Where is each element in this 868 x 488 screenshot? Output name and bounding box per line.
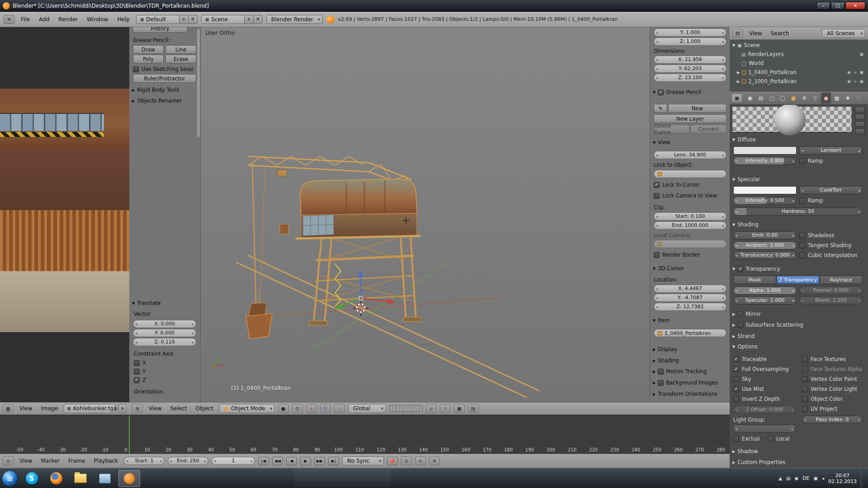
vertex-color-paint-checkbox[interactable] — [802, 376, 808, 382]
render-toggle-icon[interactable] — [859, 52, 863, 56]
ruler-protractor-button[interactable]: Ruler/Protractor — [133, 74, 196, 83]
current-frame-field[interactable]: 1 — [212, 457, 255, 465]
item-panel-header[interactable]: ▼Item — [653, 317, 670, 324]
use-sketching-session-checkbox[interactable] — [133, 66, 139, 72]
diffuse-intensity-slider[interactable]: Intensity: 0.800 — [733, 157, 797, 165]
taskbar-item-skype[interactable] — [21, 470, 42, 487]
tab-particles[interactable] — [843, 93, 853, 103]
tray-icon-a[interactable] — [786, 476, 790, 481]
material-properties[interactable]: ▼Diffuse Lambert Intensity: 0.800 Ramp ▼… — [730, 105, 868, 468]
pass-index-field[interactable]: Pass Index: 0 — [802, 416, 863, 424]
timeline-area[interactable]: -50-40-30-20-100102030405060708090100110… — [0, 415, 730, 454]
frame-start-field[interactable]: Start: 1 — [124, 457, 165, 465]
preview-sphere-button[interactable] — [855, 114, 865, 120]
mirror-panel[interactable]: ▶Mirror — [732, 311, 761, 317]
render-opengl-icon[interactable] — [454, 404, 465, 413]
uv-image-editor[interactable] — [0, 27, 129, 402]
options-panel-header[interactable]: ▼Options — [732, 343, 758, 350]
lens-slider[interactable]: Lens: 34.900 — [654, 151, 726, 159]
menu-window[interactable]: Window — [84, 15, 111, 23]
gp-new-layer-button[interactable]: New Layer — [654, 114, 726, 123]
render-border-checkbox[interactable] — [654, 252, 660, 258]
record-button[interactable] — [387, 457, 398, 465]
editor-type-properties-icon[interactable] — [731, 94, 742, 103]
delete-scene-button[interactable] — [254, 15, 263, 24]
tray-icon-d[interactable] — [822, 476, 824, 481]
specular-ramp-checkbox[interactable] — [799, 198, 805, 204]
local-camera-field[interactable] — [654, 240, 726, 248]
blend-slider[interactable]: Blend: 1.250 — [799, 296, 863, 305]
sync-mode-select[interactable]: No Sync — [342, 456, 384, 465]
gp-pencil-icon-button[interactable] — [654, 104, 667, 113]
cursor-z-field[interactable]: Z: 12.7382 — [654, 303, 726, 311]
tangent-shading-checkbox[interactable] — [799, 243, 805, 249]
shadeless-checkbox[interactable] — [799, 233, 805, 239]
view3d-menu-view[interactable]: View — [146, 404, 164, 413]
translate-panel-header[interactable]: ▼Translate — [132, 300, 160, 306]
tab-object-data[interactable] — [810, 93, 820, 103]
view3d-menu-select[interactable]: Select — [167, 404, 189, 413]
timeline-menu-frame[interactable]: Frame — [66, 457, 88, 465]
ambient-slider[interactable]: Ambient: 1.000 — [733, 241, 797, 249]
hardness-slider[interactable]: Hardness: 50 — [733, 207, 863, 216]
outliner-row-object2[interactable]: ▶ 2_1000_Portalkran — [737, 77, 797, 86]
renderlayers-toggles[interactable] — [859, 52, 863, 56]
cubic-interpolation-checkbox[interactable] — [799, 253, 805, 258]
outliner-row-world[interactable]: World — [741, 59, 764, 68]
jump-to-start-button[interactable] — [258, 457, 269, 465]
gp-erase-button[interactable]: Erase — [165, 55, 196, 63]
properties-region-npanel[interactable]: Y: 1.000 Z: 1.000 Dimensions: X: 21.956 … — [650, 27, 730, 402]
start-button[interactable] — [2, 470, 18, 487]
taskbar-clock[interactable]: 20:07 02.12.2013 — [828, 473, 857, 484]
use-mist-checkbox[interactable] — [733, 386, 739, 392]
dimension-x-field[interactable]: X: 21.956 — [654, 56, 726, 64]
editor-type-outliner-icon[interactable] — [732, 29, 743, 38]
diffuse-shader-select[interactable]: Lambert — [799, 146, 863, 155]
snap-element-icon[interactable] — [440, 404, 451, 413]
image-datablock-field[interactable]: Kohlebunker.tga — [64, 404, 115, 413]
face-textures-alpha-checkbox[interactable] — [802, 366, 808, 372]
dimension-z-field[interactable]: Z: 23.100 — [654, 74, 726, 82]
gp-line-button[interactable]: Line — [165, 45, 196, 54]
tab-texture[interactable] — [832, 93, 842, 103]
selectability-icon[interactable] — [854, 79, 857, 84]
uv-menu-view[interactable]: View — [17, 404, 35, 413]
axis-z-checkbox[interactable] — [134, 377, 140, 383]
translate-y-field[interactable]: Y: 0.000 — [133, 329, 196, 337]
menu-file[interactable]: File — [18, 15, 33, 23]
manipulator-scale-icon[interactable] — [334, 404, 345, 413]
motion-tracking-checkbox[interactable] — [658, 369, 664, 375]
tab-constraints[interactable] — [799, 93, 809, 103]
language-indicator[interactable]: DE — [802, 475, 809, 481]
background-images-panel[interactable]: ▶Background Images — [653, 380, 717, 386]
taskbar-item-explorer[interactable] — [70, 470, 91, 487]
keying-set-icon[interactable] — [401, 456, 412, 465]
preview-cube-button[interactable] — [855, 121, 865, 127]
strand-panel[interactable]: ▶Strand — [732, 333, 755, 339]
close-button[interactable] — [845, 2, 865, 9]
delete-screen-button[interactable] — [189, 15, 198, 24]
tool-shelf-scrollbar[interactable] — [197, 29, 200, 137]
object2-toggles[interactable] — [847, 79, 863, 84]
editor-type-3d-icon[interactable] — [132, 404, 143, 413]
tray-expand-icon[interactable] — [778, 476, 782, 481]
outliner-menu-search[interactable]: Search — [768, 29, 792, 38]
display-panel[interactable]: ▶Display — [653, 346, 677, 352]
timeline-menu-marker[interactable]: Marker — [38, 457, 62, 465]
snap-magnet-icon[interactable] — [426, 404, 437, 413]
exclusive-checkbox[interactable] — [733, 436, 739, 442]
editor-type-info-icon[interactable] — [4, 15, 14, 24]
mode-select[interactable]: Object Mode — [219, 404, 275, 413]
outliner-scope-select[interactable]: All Scenes — [822, 29, 865, 38]
visibility-icon[interactable] — [847, 79, 851, 84]
viewport-3d[interactable]: User Ortho (1) 1_0400_Portalkran History… — [129, 27, 730, 402]
sss-panel[interactable]: ▶Subsurface Scattering — [732, 322, 803, 328]
traceable-checkbox[interactable] — [733, 357, 739, 362]
next-keyframe-button[interactable] — [314, 457, 325, 465]
mask-mode-button[interactable]: Mask — [733, 276, 776, 284]
grease-pencil-checkbox[interactable] — [658, 89, 664, 95]
selectability-icon[interactable] — [854, 70, 857, 75]
uv-project-checkbox[interactable] — [802, 406, 808, 412]
menu-render[interactable]: Render — [56, 15, 80, 23]
motion-tracking-panel[interactable]: ▶Motion Tracking — [653, 368, 707, 375]
